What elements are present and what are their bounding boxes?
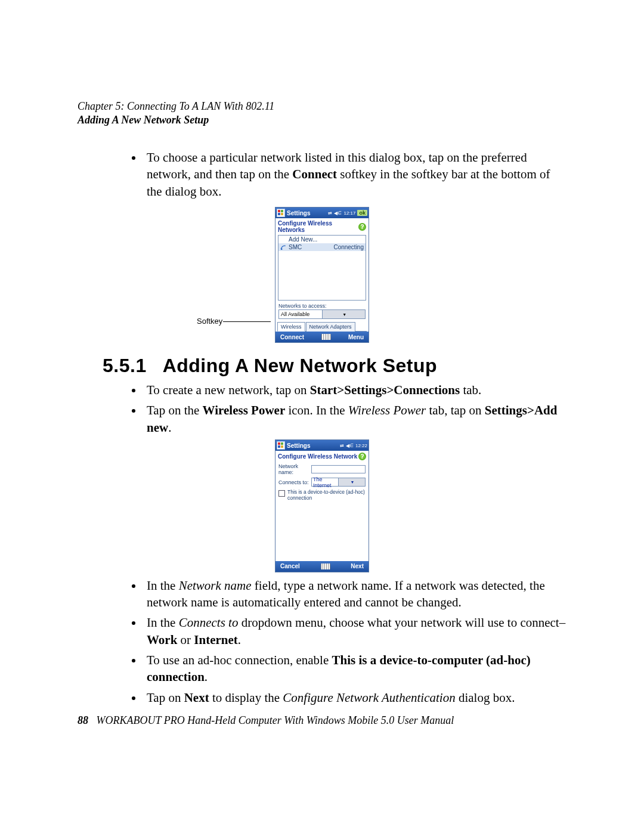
svg-rect-5 bbox=[278, 442, 280, 445]
svg-rect-3 bbox=[281, 213, 283, 215]
network-list[interactable]: Add New... SMC Connecting bbox=[278, 235, 366, 301]
svg-rect-8 bbox=[281, 445, 283, 448]
svg-rect-7 bbox=[278, 445, 280, 448]
help-icon[interactable]: ? bbox=[358, 223, 366, 231]
step-adhoc: To use an ad-hoc connection, enable This… bbox=[143, 652, 566, 686]
volume-icon[interactable]: ◀∈ bbox=[334, 210, 342, 216]
text: icon. In the bbox=[285, 403, 348, 417]
step-next: Tap on Next to display the Configure Net… bbox=[143, 689, 566, 706]
softkey-bar: Connect Menu bbox=[275, 332, 369, 342]
nav-path: Start>Settings>Connections bbox=[310, 383, 460, 397]
tab-strip: Wireless Network Adapters bbox=[277, 321, 367, 332]
adhoc-checkbox[interactable] bbox=[278, 490, 285, 497]
svg-point-4 bbox=[281, 249, 283, 250]
keyboard-icon[interactable] bbox=[321, 334, 331, 340]
wm-titlebar: Settings ⇄ ◀∈ 12:22 bbox=[275, 440, 369, 451]
text: Next bbox=[184, 690, 209, 705]
step-wireless-power: Tap on the Wireless Power icon. In the W… bbox=[143, 402, 566, 436]
footer-text: WORKABOUT PRO Hand-Held Computer With Wi… bbox=[97, 714, 454, 726]
start-icon[interactable] bbox=[277, 209, 285, 217]
network-name-input[interactable] bbox=[311, 465, 366, 473]
text: Wireless Power bbox=[348, 403, 426, 417]
softkey-menu[interactable]: Menu bbox=[348, 334, 364, 340]
text: To use an ad-hoc connection, enable bbox=[147, 653, 332, 667]
text: tab, tap on bbox=[426, 403, 485, 417]
add-new-label: Add New... bbox=[280, 236, 317, 243]
page-title: Configure Wireless Network bbox=[278, 453, 357, 460]
text: Work bbox=[147, 633, 177, 647]
text: Tap on the bbox=[147, 403, 203, 417]
help-icon[interactable]: ? bbox=[358, 453, 366, 460]
softkey-connect[interactable]: Connect bbox=[280, 334, 304, 340]
keyboard-icon[interactable] bbox=[321, 563, 330, 569]
softkey-callout-label: Softkey bbox=[197, 317, 222, 326]
svg-rect-0 bbox=[278, 210, 280, 212]
softkey-next[interactable]: Next bbox=[351, 563, 364, 569]
step-create-network: To create a new network, tap on Start>Se… bbox=[143, 382, 566, 398]
text: Wireless Power bbox=[203, 403, 286, 417]
svg-rect-1 bbox=[281, 210, 283, 212]
step-network-name: In the Network name field, type a networ… bbox=[143, 577, 566, 611]
softkey-bar: Cancel Next bbox=[275, 561, 369, 572]
tab-wireless[interactable]: Wireless bbox=[277, 322, 305, 332]
text: to display the bbox=[209, 690, 283, 705]
softkey-cancel[interactable]: Cancel bbox=[280, 563, 300, 569]
networks-to-access-label: Networks to access: bbox=[275, 301, 369, 309]
section-title-text: Adding A New Network Setup bbox=[163, 355, 437, 376]
network-status: Connecting bbox=[333, 244, 364, 250]
text: . bbox=[205, 670, 208, 684]
figure-2-wrap: Settings ⇄ ◀∈ 12:22 Configure Wireless N… bbox=[78, 439, 566, 572]
chapter-header: Chapter 5: Connecting To A LAN With 802.… bbox=[78, 100, 566, 113]
network-row-smc[interactable]: SMC Connecting bbox=[278, 243, 366, 251]
text: Internet bbox=[194, 633, 237, 647]
combo-value: All Available bbox=[279, 311, 322, 317]
volume-icon[interactable]: ◀∈ bbox=[346, 443, 354, 448]
section-heading: 5.5.1 Adding A New Network Setup bbox=[103, 355, 566, 377]
intro-block: To choose a particular network listed in… bbox=[78, 149, 566, 200]
intro-bullet: To choose a particular network listed in… bbox=[143, 149, 566, 200]
add-new-row[interactable]: Add New... bbox=[278, 236, 366, 243]
text: dialog box. bbox=[456, 690, 515, 705]
networks-to-access-combo[interactable]: All Available ▼ bbox=[278, 309, 366, 319]
text: . bbox=[238, 633, 241, 647]
adhoc-label: This is a device-to-device (ad-hoc) conn… bbox=[287, 490, 366, 501]
page-footer: 88 WORKABOUT PRO Hand-Held Computer With… bbox=[78, 714, 454, 727]
app-title: Settings bbox=[287, 442, 310, 449]
chevron-down-icon[interactable]: ▼ bbox=[338, 478, 365, 486]
text: Configure Network Authentication bbox=[283, 690, 455, 705]
figure-1-wrap: Softkey Settings ⇄ ◀∈ 12:17 ok Configure… bbox=[78, 207, 566, 343]
screenshot-wireless-networks: Settings ⇄ ◀∈ 12:17 ok Configure Wireles… bbox=[275, 207, 369, 343]
text: or bbox=[177, 633, 194, 647]
wm-titlebar: Settings ⇄ ◀∈ 12:17 ok bbox=[275, 208, 369, 218]
clock: 12:17 bbox=[343, 210, 355, 216]
tab-network-adapters[interactable]: Network Adapters bbox=[306, 322, 355, 332]
text: . bbox=[168, 420, 171, 435]
text: dropdown menu, choose what your network … bbox=[238, 615, 565, 630]
manual-page: Chapter 5: Connecting To A LAN With 802.… bbox=[0, 0, 644, 833]
ok-button[interactable]: ok bbox=[357, 210, 367, 216]
svg-rect-2 bbox=[278, 213, 280, 215]
connectivity-icon[interactable]: ⇄ bbox=[328, 210, 332, 216]
connects-to-combo[interactable]: The Internet ▼ bbox=[311, 478, 366, 487]
wifi-icon bbox=[280, 244, 287, 250]
page-title: Configure Wireless Networks bbox=[278, 220, 358, 233]
network-name-label: Network name: bbox=[278, 463, 311, 475]
text: Connects to bbox=[179, 615, 239, 630]
start-icon[interactable] bbox=[277, 441, 285, 450]
text: To create a new network, tap on bbox=[147, 383, 310, 397]
section-number: 5.5.1 bbox=[103, 355, 147, 376]
svg-rect-6 bbox=[281, 442, 283, 445]
softkey-callout-line bbox=[223, 321, 271, 322]
text: tab. bbox=[460, 383, 481, 397]
combo-value: The Internet bbox=[312, 476, 338, 488]
network-name: SMC bbox=[289, 244, 302, 250]
screenshot-configure-network: Settings ⇄ ◀∈ 12:22 Configure Wireless N… bbox=[275, 439, 369, 572]
chapter-subheader: Adding A New Network Setup bbox=[78, 114, 566, 126]
chevron-down-icon[interactable]: ▼ bbox=[322, 310, 366, 318]
text: In the bbox=[147, 615, 179, 630]
connectivity-icon[interactable]: ⇄ bbox=[340, 443, 344, 448]
text: In the bbox=[147, 578, 179, 593]
connects-to-label: Connects to: bbox=[278, 479, 311, 485]
clock: 12:22 bbox=[355, 443, 367, 448]
connect-keyword: Connect bbox=[292, 167, 337, 181]
